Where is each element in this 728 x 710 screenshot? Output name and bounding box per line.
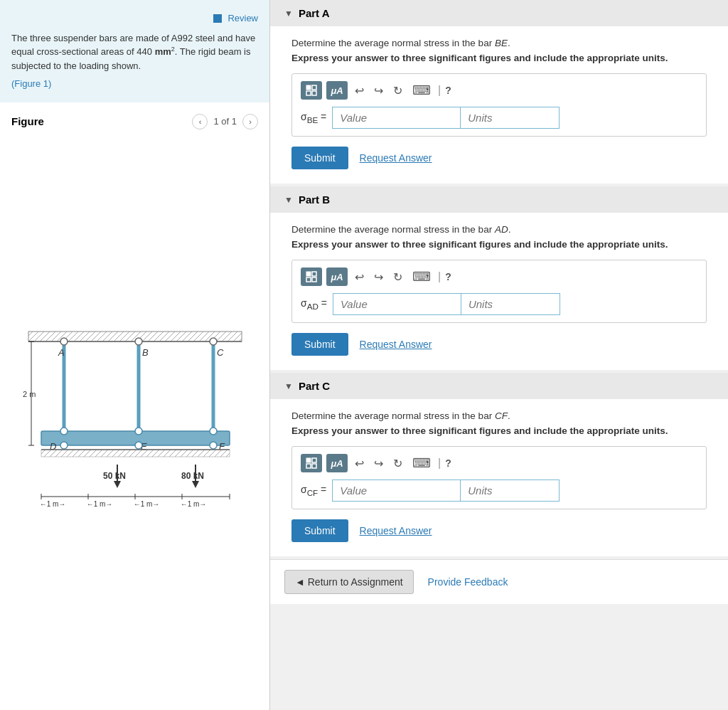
part-c-request-answer-link[interactable]: Request Answer	[360, 525, 432, 536]
part-a-refresh-btn[interactable]: ↻	[390, 83, 405, 99]
part-b-desc: Determine the average normal stress in t…	[291, 224, 707, 235]
part-c-submit-button[interactable]: Submit	[291, 519, 348, 542]
review-link-area[interactable]: Review	[11, 11, 258, 26]
part-b-redo-btn[interactable]: ↪	[371, 269, 386, 285]
part-c-instruction: Express your answer to three significant…	[291, 425, 707, 436]
part-c-body: Determine the average normal stress in t…	[270, 399, 728, 556]
part-b-help-btn[interactable]: ?	[445, 271, 451, 282]
part-b-keyboard-btn[interactable]: ⌨	[410, 267, 434, 286]
svg-point-17	[210, 442, 217, 449]
svg-rect-49	[312, 458, 316, 462]
part-c-label: Part C	[299, 380, 330, 392]
svg-text:←1 m→: ←1 m→	[133, 500, 159, 508]
part-c-refresh-btn[interactable]: ↻	[390, 455, 405, 472]
part-c-action-row: Submit Request Answer	[291, 519, 707, 542]
figure-next-button[interactable]: ›	[242, 114, 258, 129]
provide-feedback-button[interactable]: Provide Feedback	[428, 576, 508, 588]
svg-rect-51	[312, 464, 316, 468]
svg-rect-45	[312, 272, 316, 276]
figure-area: Figure ‹ 1 of 1 ›	[0, 102, 269, 710]
part-b-refresh-btn[interactable]: ↻	[390, 269, 405, 285]
part-b-chevron: ▼	[284, 195, 293, 205]
part-a-answer-box: μA ↩ ↪ ↻ ⌨ | ? σBE =	[291, 73, 707, 137]
svg-text:2 m: 2 m	[23, 390, 36, 398]
bottom-bar: ◄ Return to Assignment Provide Feedback	[270, 559, 728, 604]
svg-point-15	[60, 442, 68, 449]
part-a-keyboard-btn[interactable]: ⌨	[410, 81, 434, 100]
svg-rect-46	[306, 277, 311, 282]
review-link-text: Review	[228, 11, 258, 26]
part-b-body: Determine the average normal stress in t…	[270, 213, 728, 370]
svg-point-12	[60, 338, 68, 345]
part-b-input-row: σAD =	[301, 293, 697, 315]
part-a-units-input[interactable]	[460, 107, 560, 129]
part-b-grid-icon-btn[interactable]	[301, 267, 322, 286]
part-b-answer-box: μA ↩ ↪ ↻ ⌨ | ? σAD =	[291, 260, 707, 323]
part-c-pipe: |	[438, 457, 441, 470]
left-panel: Review The three suspender bars are made…	[0, 0, 270, 710]
part-a-toolbar: μA ↩ ↪ ↻ ⌨ | ?	[301, 81, 697, 100]
part-b-header[interactable]: ▼ Part B	[270, 186, 728, 213]
part-c-undo-btn[interactable]: ↩	[352, 455, 367, 472]
part-c-help-btn[interactable]: ?	[445, 457, 451, 469]
figure-svg: A B C D E F 50 kN	[21, 326, 249, 511]
part-a-mu-btn[interactable]: μA	[326, 81, 348, 100]
part-a-mu-label: μA	[331, 85, 343, 96]
part-b-value-input[interactable]	[333, 293, 461, 315]
part-c-header[interactable]: ▼ Part C	[270, 373, 728, 399]
part-b-mu-btn[interactable]: μA	[326, 267, 348, 286]
problem-text-area: Review The three suspender bars are made…	[0, 0, 269, 102]
part-a-redo-btn[interactable]: ↪	[371, 83, 386, 99]
part-b-units-input[interactable]	[461, 293, 560, 315]
label-a: A	[58, 347, 65, 358]
svg-point-9	[60, 428, 68, 435]
svg-marker-21	[114, 481, 121, 488]
part-a-grid-icon-btn[interactable]	[301, 81, 322, 100]
figure-page-label: 1 of 1	[213, 116, 237, 127]
part-c-desc: Determine the average normal stress in t…	[291, 410, 707, 421]
part-a-label: Part A	[299, 7, 330, 19]
part-a-value-input[interactable]	[332, 107, 460, 129]
part-a-request-answer-link[interactable]: Request Answer	[360, 152, 432, 164]
part-b-pipe: |	[438, 270, 441, 283]
part-b-submit-button[interactable]: Submit	[291, 333, 348, 356]
part-a-action-row: Submit Request Answer	[291, 147, 707, 169]
part-a-input-row: σBE =	[301, 107, 697, 129]
figure-prev-button[interactable]: ‹	[192, 114, 208, 129]
part-a-section: ▼ Part A Determine the average normal st…	[270, 0, 728, 184]
part-c-input-row: σCF =	[301, 479, 697, 502]
part-c-mu-btn[interactable]: μA	[326, 454, 348, 472]
figure-link[interactable]: (Figure 1)	[11, 78, 51, 89]
review-icon	[213, 14, 222, 23]
part-b-section: ▼ Part B Determine the average normal st…	[270, 186, 728, 370]
part-b-undo-btn[interactable]: ↩	[352, 269, 367, 285]
part-c-answer-box: μA ↩ ↪ ↻ ⌨ | ? σCF =	[291, 446, 707, 509]
svg-rect-50	[306, 464, 311, 468]
part-c-keyboard-btn[interactable]: ⌨	[410, 454, 434, 472]
review-link[interactable]: Review	[213, 11, 258, 26]
part-b-request-answer-link[interactable]: Request Answer	[360, 339, 432, 350]
return-to-assignment-button[interactable]: ◄ Return to Assignment	[284, 570, 414, 594]
figure-canvas: A B C D E F 50 kN	[11, 138, 258, 699]
part-b-action-row: Submit Request Answer	[291, 333, 707, 356]
part-c-grid-icon-btn[interactable]	[301, 454, 322, 472]
svg-rect-40	[306, 85, 311, 90]
svg-text:50 kN: 50 kN	[103, 471, 126, 481]
part-c-units-input[interactable]	[460, 479, 560, 502]
part-b-toolbar: μA ↩ ↪ ↻ ⌨ | ?	[301, 267, 697, 286]
part-c-chevron: ▼	[284, 381, 293, 391]
part-a-submit-button[interactable]: Submit	[291, 147, 348, 169]
svg-point-11	[210, 428, 217, 435]
part-a-body: Determine the average normal stress in t…	[270, 26, 728, 184]
part-a-help-btn[interactable]: ?	[445, 85, 451, 96]
problem-description: The three suspender bars are made of A99…	[11, 31, 258, 73]
part-c-redo-btn[interactable]: ↪	[371, 455, 386, 472]
label-c: C	[217, 347, 224, 358]
part-a-header[interactable]: ▼ Part A	[270, 0, 728, 26]
part-a-chevron: ▼	[284, 9, 293, 18]
svg-rect-41	[312, 85, 316, 90]
part-a-undo-btn[interactable]: ↩	[352, 83, 367, 99]
part-c-value-input[interactable]	[332, 479, 460, 502]
figure-nav: ‹ 1 of 1 ›	[192, 114, 258, 129]
svg-rect-44	[306, 272, 311, 276]
